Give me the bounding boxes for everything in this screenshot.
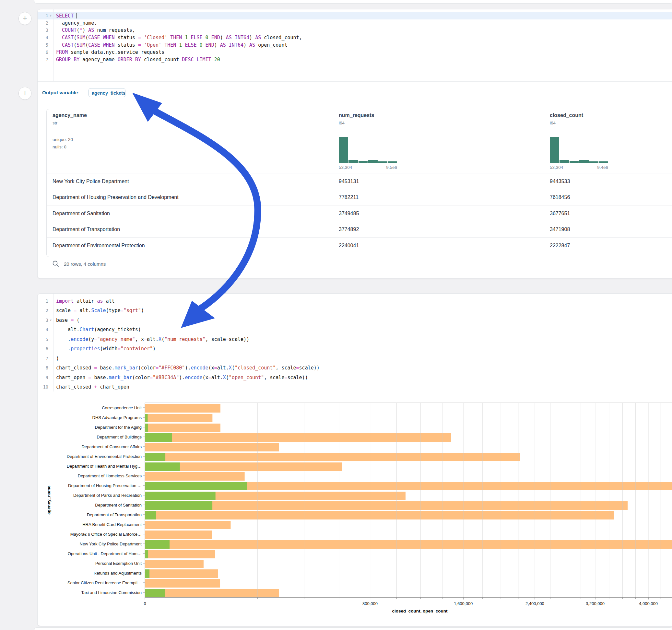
line-number: 1 [38,298,48,304]
column-name: agency_name [52,113,87,118]
output-variable-label: Output variable: [42,90,79,95]
code-line[interactable]: 4 alt.Chart(agency_tickets) [38,325,672,335]
code-fold-chevron-icon[interactable]: ∨ [48,14,53,17]
sql-editor[interactable]: 1∨SELECT 2 agency_name,3 COUNT(*) AS num… [38,12,672,63]
output-variable-pill[interactable]: agency_tickets [89,88,125,97]
gutter-divider [53,294,53,391]
column-header[interactable]: agency_namestrunique: 20nulls: 0 [52,109,87,151]
code-line[interactable]: 3 COUNT(*) AS num_requests, [38,27,672,34]
code-line[interactable]: 5 .encode(y="agency_name", x=alt.X("num_… [38,335,672,344]
histogram-bar [359,161,368,163]
histogram-max-label: 9.4e6 [597,165,608,170]
column-stat: nulls: 0 [52,143,87,151]
table-row: Department of Transportation377489234719… [47,221,672,237]
code-line[interactable]: 4 CAST(SUM(CASE WHEN status = 'Closed' T… [38,34,672,42]
table-cell: 3774892 [339,221,359,237]
table-cell: 3471908 [550,221,570,237]
table-footer[interactable]: 20 rows, 4 columns [52,260,106,268]
table-row: Department of Sanitation37494853677651 [47,205,672,221]
column-type: str [52,121,87,125]
text-cursor [76,13,77,19]
search-icon[interactable] [52,260,59,267]
histogram-labels: 53,3049.5e6 [339,165,397,170]
line-number: 9 [38,375,48,380]
table-cell: 9453131 [339,173,359,189]
code-line[interactable]: 5 CAST(SUM(CASE WHEN status = 'Open' THE… [38,41,672,49]
histogram-bar [599,162,608,163]
result-table: agency_namestrunique: 20nulls: 0num_requ… [46,109,672,257]
histogram-bar [378,162,387,163]
column-histogram [550,137,608,163]
column-header[interactable]: num_requestsi64 [339,109,374,125]
histogram-bar [589,162,598,163]
line-number: 1 [38,13,48,18]
python-editor[interactable]: 1import altair as alt2scale = alt.Scale(… [38,296,672,392]
table-cell: Department of Environmental Protection [52,238,145,253]
code-line[interactable]: 6FROM sample_data.nyc.service_requests [38,49,672,56]
code-line[interactable]: 8chart_closed = base.mark_bar(color="#FF… [38,363,672,373]
table-cell: 7618456 [550,189,570,205]
histogram-bar [579,160,589,163]
code-line[interactable]: 3∨base = ( [38,315,672,325]
table-cell: 3677651 [550,205,570,221]
table-row: New York City Police Department945313194… [47,173,672,189]
histogram-min-label: 53,304 [339,165,352,170]
line-number: 6 [38,346,48,351]
histogram-max-label: 9.5e6 [386,165,397,170]
line-number: 3 [38,318,48,323]
code-line[interactable]: 2 agency_name, [38,20,672,27]
table-cell: Department of Transportation [52,221,120,237]
column-name: closed_count [550,113,583,118]
histogram-bar [349,160,358,163]
line-number: 7 [38,57,48,62]
histogram-bar [368,160,378,163]
add-cell-button[interactable]: + [19,12,31,25]
add-cell-button[interactable]: + [19,87,31,100]
code-line[interactable]: 7GROUP BY agency_name ORDER BY closed_co… [38,56,672,64]
histogram-bar [570,161,579,163]
gutter-divider [53,9,53,81]
table-cell: 2222847 [550,238,570,253]
column-stat: unique: 20 [52,136,87,143]
line-number: 4 [38,35,48,40]
line-number: 7 [38,356,48,361]
table-cell: 3749485 [339,205,359,221]
histogram-bar [550,137,559,163]
line-number: 3 [38,28,48,33]
column-header[interactable]: closed_counti64 [550,109,583,125]
code-line[interactable]: 1∨SELECT [38,12,672,20]
code-line[interactable]: 1import altair as alt [38,296,672,306]
code-line[interactable]: 7) [38,354,672,363]
line-number: 10 [38,384,48,390]
table-cell: 7782211 [339,189,359,205]
code-line[interactable]: 6 .properties(width="container") [38,344,672,354]
line-number: 5 [38,43,48,48]
table-cell: Department of Sanitation [52,205,110,221]
line-number: 5 [38,337,48,342]
column-type: i64 [339,121,374,125]
histogram-min-label: 53,304 [550,165,563,170]
code-line[interactable]: 2scale = alt.Scale(type="sqrt") [38,306,672,316]
column-name: num_requests [339,113,374,118]
sql-cell: 1∨SELECT 2 agency_name,3 COUNT(*) AS num… [37,9,672,279]
table-cell: 9443533 [550,173,570,189]
histogram-bar [388,162,397,163]
previous-cell-edge [34,0,672,4]
code-fold-chevron-icon[interactable]: ∨ [48,319,53,322]
table-cell: Department of Housing Preservation and D… [52,189,178,205]
python-cell: 1import altair as alt2scale = alt.Scale(… [37,293,672,626]
line-number: 2 [38,308,48,313]
table-cell: 2240041 [339,238,359,253]
histogram-bar [339,137,348,163]
table-cell: New York City Police Department [52,173,129,189]
code-line[interactable]: 9chart_open = base.mark_bar(color="#8BC3… [38,373,672,382]
code-line[interactable]: 10chart_closed + chart_open [38,382,672,392]
line-number: 4 [38,327,48,332]
plus-icon: + [23,89,27,97]
plus-icon: + [23,14,27,22]
line-number: 2 [38,20,48,26]
row-count-label: 20 rows, 4 columns [64,261,106,267]
histogram-bar [559,160,569,163]
divider [38,81,672,82]
line-number: 6 [38,50,48,55]
